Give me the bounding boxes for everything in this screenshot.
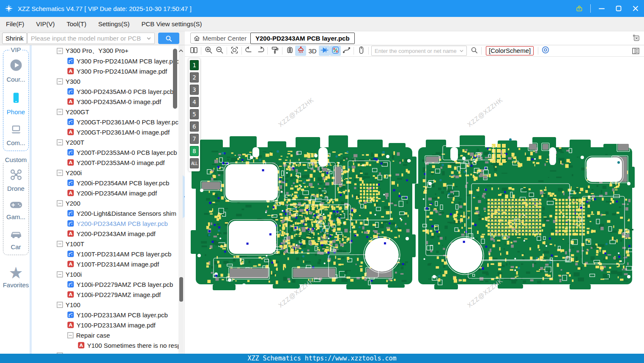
tree-item[interactable]: A Y200-PD2343AM image.pdf: [67, 228, 156, 239]
tree-item[interactable]: Y200GT-PD2361AM-0 PCB layer.pcb: [67, 117, 182, 127]
tree-item[interactable]: Y200-Light&Distance Sensors shim: [67, 208, 176, 218]
sidebar-item-car[interactable]: Car: [3, 228, 28, 250]
colorscheme-button[interactable]: [ColorScheme]: [486, 46, 534, 55]
tree-item[interactable]: A Y200T-PD2353AM-0 image.pdf: [67, 157, 164, 168]
document-tab[interactable]: Y200-PD2343AM PCB layer.pcb: [250, 33, 355, 44]
shrink-button[interactable]: Shrink: [2, 33, 27, 44]
tree-item[interactable]: Y200T: [57, 137, 84, 147]
pcb-viewer[interactable]: XZZ@XZZHKXZZ@XZZHKXZZ@XZZHKXZZ@XZZHK 123…: [185, 57, 644, 354]
zoom-out-button[interactable]: [214, 46, 225, 56]
rotate-left-button[interactable]: [244, 46, 255, 56]
collapse-icon[interactable]: [57, 109, 63, 115]
minimize-button[interactable]: [593, 0, 610, 17]
collapse-icon[interactable]: [57, 200, 63, 206]
tree-scrollbar-thumb[interactable]: [173, 49, 177, 109]
sidebar-item-cour[interactable]: Cour...: [3, 58, 28, 83]
tree-item[interactable]: Y200i: [57, 168, 82, 178]
menu-item-settings-s[interactable]: Settings(S): [98, 20, 129, 28]
tree-item[interactable]: Y100i-PD2279AMZ PCB layer.pcb: [67, 279, 173, 289]
layer-button-8[interactable]: 8: [190, 146, 199, 156]
layer-button-7[interactable]: 7: [190, 134, 199, 144]
component-search-field[interactable]: [372, 47, 459, 55]
tree-item[interactable]: A Y300 Pro-PD2410AM image.pdf: [67, 66, 167, 76]
zoom-in-button[interactable]: [203, 46, 214, 56]
collapse-icon[interactable]: [57, 241, 63, 247]
measure-button[interactable]: [330, 46, 341, 56]
collapse-icon[interactable]: [57, 139, 63, 146]
tree-item[interactable]: A Y100 Sometimes there is no resp: [78, 340, 181, 350]
tree-item[interactable]: Y100i: [57, 269, 82, 279]
reset-view-button[interactable]: [229, 46, 240, 56]
chevron-down-icon[interactable]: [459, 48, 464, 54]
collapse-icon[interactable]: [67, 332, 74, 338]
panel-toggle-icon[interactable]: [631, 47, 640, 55]
member-center-button[interactable]: Member Center: [190, 33, 251, 44]
collapse-icon[interactable]: [57, 48, 63, 54]
tree-item[interactable]: Y97: [57, 350, 77, 354]
license-icon[interactable]: [571, 0, 588, 17]
tree-item[interactable]: Y100T-PD2314AM PCB layer.pcb: [67, 249, 171, 259]
layer-button-3[interactable]: 3: [190, 85, 199, 95]
tree-item[interactable]: Y200GT: [57, 107, 89, 117]
mirror-button[interactable]: [284, 46, 295, 56]
mouse-button[interactable]: [356, 46, 367, 56]
collapse-icon[interactable]: [57, 271, 63, 278]
tree-item[interactable]: Y300 Pro、Y300 Pro+: [57, 46, 129, 56]
scroll-up-icon[interactable]: [178, 47, 184, 55]
rotate-right-button[interactable]: [255, 46, 266, 56]
sidebar-item-drone[interactable]: Drone: [3, 168, 28, 192]
component-search-input[interactable]: [371, 46, 467, 56]
tree-item[interactable]: Y300 Pro-PD2410AM PCB layer.pcb: [67, 56, 179, 66]
tree-item[interactable]: Y100T: [57, 239, 84, 249]
component-search-button[interactable]: [469, 46, 480, 56]
tree-item[interactable]: Y200i-PD2354AM PCB layer.pcb: [67, 178, 169, 188]
layer-button-2[interactable]: 2: [190, 72, 199, 82]
model-search-field[interactable]: [27, 34, 146, 42]
panel-scrollbar-thumb[interactable]: [179, 277, 183, 302]
sidebar-item-phone[interactable]: Phone: [3, 91, 28, 116]
chevron-down-icon[interactable]: [146, 36, 152, 41]
tree-item[interactable]: A Y200i-PD2354AM image.pdf: [67, 188, 157, 198]
diode-button[interactable]: [319, 46, 330, 56]
model-search-input[interactable]: [27, 33, 155, 44]
collapse-icon[interactable]: [57, 78, 63, 85]
close-document-icon[interactable]: [632, 33, 641, 44]
sidebar-item-gam[interactable]: Gam...: [3, 200, 28, 220]
tree-item[interactable]: Y100: [57, 300, 80, 310]
layer-button-5[interactable]: 5: [190, 109, 199, 119]
tree-item[interactable]: A Y300-PD2435AM-0 image.pdf: [67, 96, 161, 107]
menu-item-vip-v[interactable]: VIP(V): [36, 20, 55, 28]
sidebar-item-com[interactable]: Com...: [3, 123, 28, 146]
curve-button[interactable]: [341, 46, 352, 56]
layer-button-1[interactable]: 1: [190, 60, 199, 70]
collapse-icon[interactable]: [57, 170, 63, 176]
tree-item[interactable]: Repair case: [67, 330, 110, 340]
tree-item[interactable]: Y300-PD2435AM-0 PCB layer.pcb: [67, 86, 173, 96]
pcb-board-canvas[interactable]: [189, 57, 642, 353]
collapse-icon[interactable]: [57, 302, 63, 308]
3d-view-button[interactable]: 3D: [306, 46, 319, 56]
layer-button-6[interactable]: 6: [190, 121, 199, 132]
tree-item[interactable]: A Y100i-PD2279AMZ image.pdf: [67, 289, 161, 300]
menu-item-tool-t[interactable]: Tool(T): [67, 20, 87, 28]
tree-item[interactable]: A Y100-PD2313AM image.pdf: [67, 320, 156, 330]
tree-item[interactable]: A Y200GT-PD2361AM-0 image.pdf: [67, 127, 170, 137]
tree-item[interactable]: A Y100T-PD2314AM image.pdf: [67, 259, 159, 269]
tree-item[interactable]: Y100-PD2313AM PCB layer.pcb: [67, 310, 168, 320]
menu-item-pcb-view-settings-s[interactable]: PCB View settings(S): [141, 20, 202, 28]
split-view-button[interactable]: [188, 46, 199, 56]
menu-item-file-f[interactable]: File(F): [6, 20, 24, 28]
brush-button[interactable]: [269, 46, 280, 56]
maximize-button[interactable]: [610, 0, 627, 17]
lamp-button[interactable]: [295, 46, 306, 56]
tree-item[interactable]: Y200T-PD2353AM-0 PCB layer.pcb: [67, 147, 177, 157]
search-button[interactable]: [158, 33, 179, 44]
eye-visibility-button[interactable]: [540, 46, 551, 56]
layer-button-4[interactable]: 4: [190, 97, 199, 107]
sidebar-item-favorites[interactable]: ★ Favorites: [0, 265, 32, 289]
layer-button-all[interactable]: ALL: [190, 158, 199, 168]
close-button[interactable]: [627, 0, 644, 17]
tree-item[interactable]: Y300: [57, 76, 80, 86]
tree-item[interactable]: Y200-PD2343AM PCB layer.pcb: [67, 218, 168, 228]
tree-item[interactable]: Y200: [57, 198, 80, 208]
